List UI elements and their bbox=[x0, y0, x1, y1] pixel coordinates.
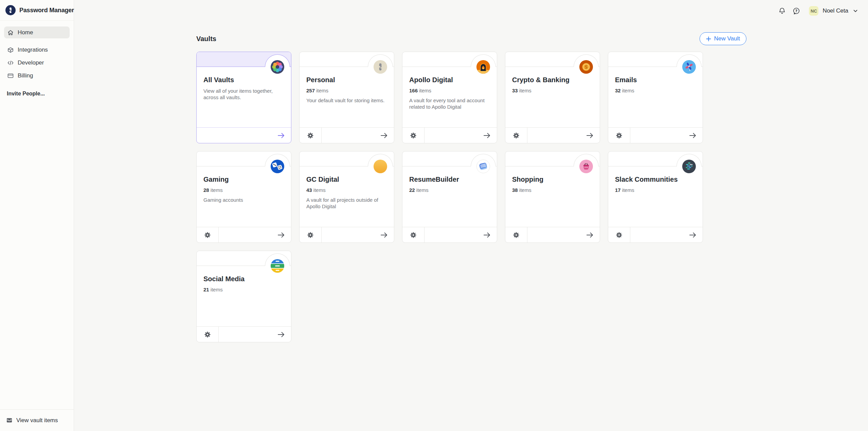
sidebar-item-developer[interactable]: Developer bbox=[4, 57, 70, 69]
vault-items-count: 43 items bbox=[300, 183, 394, 193]
vault-card-social-media[interactable]: Social Media 21 items bbox=[196, 251, 291, 342]
vault-card-resumebuilder[interactable]: ResumeBuilder 22 items bbox=[402, 151, 497, 243]
vault-card-footer bbox=[197, 227, 291, 243]
sidebar-nav: Home Integrations Developer bbox=[0, 21, 74, 82]
vault-card-slack[interactable]: Slack Communities 17 items bbox=[608, 151, 703, 243]
vault-card-gaming[interactable]: Gaming 28 items Gaming accounts bbox=[196, 151, 291, 243]
vault-card-footer bbox=[300, 227, 394, 243]
open-vault-arrow-icon[interactable] bbox=[527, 227, 600, 243]
vault-card-crypto[interactable]: Crypto & Banking 33 items bbox=[505, 52, 600, 143]
vault-items-count: 166 items bbox=[402, 84, 497, 93]
vault-items-count: 32 items bbox=[608, 84, 703, 93]
apollo-vault-icon bbox=[476, 60, 490, 74]
vault-items-count: 257 items bbox=[300, 84, 394, 93]
open-vault-arrow-icon[interactable] bbox=[630, 227, 703, 243]
open-vault-arrow-icon[interactable] bbox=[321, 128, 394, 143]
integrations-icon bbox=[7, 47, 14, 53]
gaming-vault-icon bbox=[271, 160, 284, 173]
open-vault-arrow-icon[interactable] bbox=[218, 227, 291, 243]
vault-items-icon bbox=[6, 417, 13, 424]
billing-icon bbox=[7, 72, 14, 79]
sidebar: Password Manager Home Integrations bbox=[0, 0, 74, 431]
vault-items-count: 21 items bbox=[197, 283, 291, 292]
vault-items-count: 22 items bbox=[402, 183, 497, 193]
personal-vault-icon bbox=[374, 60, 387, 74]
open-vault-arrow-icon[interactable] bbox=[424, 227, 497, 243]
vault-items-count: 28 items bbox=[197, 183, 291, 193]
vault-card-footer bbox=[197, 326, 291, 342]
open-vault-arrow-icon[interactable] bbox=[218, 327, 291, 342]
vault-card-footer bbox=[197, 127, 291, 143]
vault-settings-gear-icon[interactable] bbox=[402, 227, 424, 243]
sidebar-item-integrations[interactable]: Integrations bbox=[4, 44, 70, 56]
developer-icon bbox=[7, 59, 14, 66]
app-logo-row: Password Manager bbox=[0, 0, 74, 21]
open-vault-arrow-icon[interactable] bbox=[527, 128, 600, 143]
open-vault-arrow-icon[interactable] bbox=[630, 128, 703, 143]
open-vault-arrow-icon[interactable] bbox=[321, 227, 394, 243]
view-vault-items-button[interactable]: View vault items bbox=[0, 409, 74, 431]
home-icon bbox=[7, 29, 14, 36]
sidebar-item-home[interactable]: Home bbox=[4, 26, 70, 38]
vault-card-footer bbox=[608, 127, 703, 143]
vault-grid: All Vaults View all of your items togeth… bbox=[196, 52, 703, 342]
vault-description: A vault for every tool and account relat… bbox=[402, 93, 497, 110]
vault-card-footer bbox=[402, 227, 497, 243]
vault-items-count: 17 items bbox=[608, 183, 703, 193]
vault-settings-gear-icon[interactable] bbox=[300, 227, 321, 243]
vault-settings-gear-icon[interactable] bbox=[402, 128, 424, 143]
vault-card-shopping[interactable]: Shopping 38 items bbox=[505, 151, 600, 243]
vault-card-footer bbox=[608, 227, 703, 243]
vault-settings-gear-icon[interactable] bbox=[505, 128, 527, 143]
help-chat-icon[interactable]: ? bbox=[793, 7, 800, 15]
chevron-down-icon[interactable] bbox=[853, 8, 858, 13]
gc-digital-vault-icon bbox=[374, 160, 387, 173]
app-title: Password Manager bbox=[19, 7, 74, 14]
new-vault-button[interactable]: New Vault bbox=[700, 32, 746, 45]
vault-description: A vault for all projects outside of Apol… bbox=[300, 193, 394, 210]
page-title: Vaults bbox=[196, 35, 216, 43]
vault-card-footer bbox=[300, 127, 394, 143]
user-name: Noel Ceta bbox=[822, 7, 848, 14]
new-vault-label: New Vault bbox=[714, 35, 740, 42]
vault-items-count: 33 items bbox=[505, 84, 600, 93]
vault-card-all-vaults[interactable]: All Vaults View all of your items togeth… bbox=[196, 52, 291, 143]
slack-vault-icon bbox=[682, 160, 696, 173]
vault-card-personal[interactable]: Personal 257 items Your default vault fo… bbox=[299, 52, 394, 143]
vault-settings-gear-icon[interactable] bbox=[197, 327, 218, 342]
sidebar-item-label: Integrations bbox=[18, 47, 48, 53]
vault-card-footer bbox=[505, 127, 600, 143]
vault-settings-gear-icon[interactable] bbox=[608, 227, 630, 243]
sidebar-item-label: Developer bbox=[18, 59, 44, 66]
vault-card-footer bbox=[402, 127, 497, 143]
vault-description: View all of your items together, across … bbox=[197, 84, 291, 101]
view-vault-items-label: View vault items bbox=[16, 417, 58, 424]
vault-card-gc-digital[interactable]: GC Digital 43 items A vault for all proj… bbox=[299, 151, 394, 243]
emails-vault-icon bbox=[682, 60, 696, 74]
avatar[interactable]: NC bbox=[809, 6, 818, 16]
sidebar-item-billing[interactable]: Billing bbox=[4, 70, 70, 82]
svg-text:?: ? bbox=[795, 9, 797, 13]
vault-settings-gear-icon[interactable] bbox=[197, 227, 218, 243]
crypto-vault-icon bbox=[579, 60, 593, 74]
sidebar-item-label: Billing bbox=[18, 72, 33, 79]
resumebuilder-vault-icon bbox=[476, 160, 490, 173]
vault-card-apollo[interactable]: Apollo Digital 166 items A vault for eve… bbox=[402, 52, 497, 143]
invite-people-link[interactable]: Invite People... bbox=[0, 91, 74, 97]
vault-items-count: 38 items bbox=[505, 183, 600, 193]
vault-description: Gaming accounts bbox=[197, 193, 291, 203]
vault-settings-gear-icon[interactable] bbox=[608, 128, 630, 143]
shopping-vault-icon bbox=[579, 160, 593, 173]
vault-settings-gear-icon[interactable] bbox=[300, 128, 321, 143]
open-vault-arrow-icon[interactable] bbox=[424, 128, 497, 143]
open-vault-arrow-icon[interactable] bbox=[197, 128, 291, 143]
plus-icon bbox=[706, 36, 711, 41]
vault-card-emails[interactable]: Emails 32 items bbox=[608, 52, 703, 143]
vault-description: Your default vault for storing items. bbox=[300, 93, 394, 104]
app-logo-icon bbox=[5, 5, 16, 15]
vault-settings-gear-icon[interactable] bbox=[505, 227, 527, 243]
all-vaults-vault-icon bbox=[271, 60, 284, 74]
sidebar-item-label: Home bbox=[18, 29, 33, 36]
notifications-bell-icon[interactable] bbox=[778, 7, 786, 15]
vault-card-footer bbox=[505, 227, 600, 243]
